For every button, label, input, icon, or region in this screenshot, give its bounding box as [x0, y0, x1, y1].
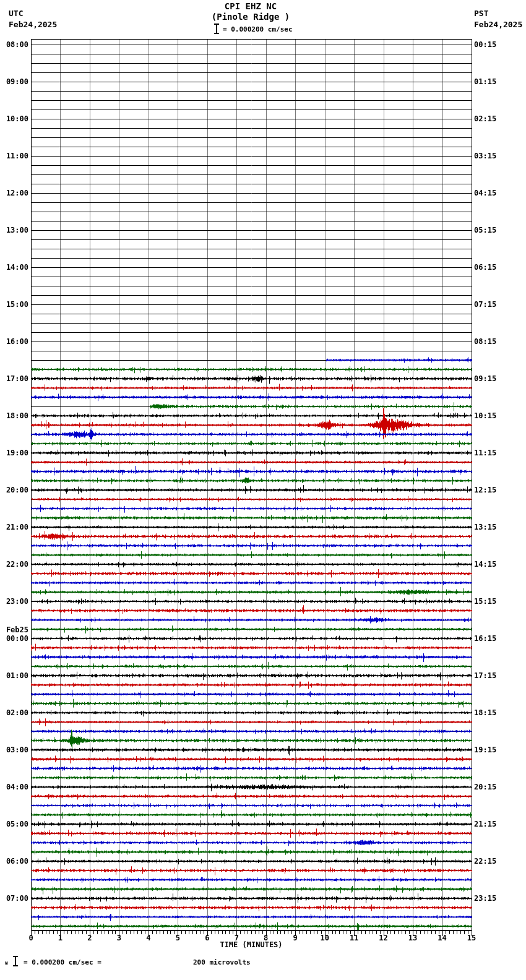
- x-axis-tick-label: 4: [141, 934, 156, 942]
- scale-label: = 0.000200 cm/sec: [223, 25, 293, 33]
- utc-hour-label: 21:00: [0, 523, 28, 531]
- x-axis-tick-label: 1: [53, 934, 67, 942]
- pst-hour-label: 13:15: [474, 523, 496, 531]
- helicorder-canvas: [0, 0, 526, 980]
- utc-hour-label: 05:00: [0, 820, 28, 828]
- utc-hour-label: 02:00: [0, 708, 28, 717]
- pst-hour-label: 21:15: [474, 820, 496, 828]
- pst-hour-label: 05:15: [474, 226, 496, 234]
- pst-hour-label: 18:15: [474, 708, 496, 717]
- right-timezone-label: PST: [474, 9, 488, 18]
- pst-hour-label: 04:15: [474, 189, 496, 197]
- pst-hour-label: 20:15: [474, 783, 496, 791]
- x-axis-tick-label: 15: [464, 934, 479, 942]
- utc-hour-label: 20:00: [0, 486, 28, 494]
- utc-hour-label: 07:00: [0, 894, 28, 903]
- utc-hour-label: 06:00: [0, 857, 28, 866]
- utc-hour-label: 13:00: [0, 226, 28, 234]
- pst-hour-label: 00:15: [474, 40, 496, 49]
- x-axis-title: TIME (MINUTES): [189, 941, 313, 949]
- left-date-label: Feb24,2025: [9, 20, 57, 29]
- utc-hour-label: 09:00: [0, 77, 28, 86]
- station-subtitle: (Pinole Ridge ): [158, 12, 343, 22]
- date-break-label: Feb25: [0, 625, 28, 634]
- footer-prefix-glyph: ʍ: [5, 960, 8, 966]
- pst-hour-label: 01:15: [474, 77, 496, 86]
- x-axis-tick-label: 2: [82, 934, 97, 942]
- pst-hour-label: 23:15: [474, 894, 496, 903]
- x-axis-tick-label: 0: [24, 934, 38, 942]
- x-axis-tick-label: 11: [347, 934, 361, 942]
- pst-hour-label: 17:15: [474, 671, 496, 680]
- utc-hour-label: 11:00: [0, 152, 28, 160]
- utc-hour-label: 16:00: [0, 337, 28, 346]
- pst-hour-label: 10:15: [474, 411, 496, 420]
- pst-hour-label: 16:15: [474, 634, 496, 643]
- utc-hour-label: 10:00: [0, 114, 28, 123]
- utc-hour-label: 12:00: [0, 189, 28, 197]
- pst-hour-label: 19:15: [474, 746, 496, 754]
- right-date-label: Feb24,2025: [474, 20, 522, 29]
- footer-scale-value: 200 microvolts: [193, 958, 251, 966]
- station-title: CPI EHZ NC: [158, 1, 343, 11]
- utc-hour-label: 15:00: [0, 300, 28, 309]
- utc-hour-label: 14:00: [0, 263, 28, 272]
- pst-hour-label: 03:15: [474, 152, 496, 160]
- scale-ibar-icon: [213, 24, 220, 34]
- x-axis-tick-label: 13: [405, 934, 420, 942]
- pst-hour-label: 22:15: [474, 857, 496, 866]
- utc-hour-label: 22:00: [0, 560, 28, 569]
- pst-hour-label: 07:15: [474, 300, 496, 309]
- utc-hour-label: 04:00: [0, 783, 28, 791]
- utc-hour-label: 01:00: [0, 671, 28, 680]
- x-axis-tick-label: 12: [376, 934, 391, 942]
- pst-hour-label: 12:15: [474, 486, 496, 494]
- pst-hour-label: 06:15: [474, 263, 496, 272]
- utc-hour-label: 00:00: [0, 634, 28, 643]
- pst-hour-label: 11:15: [474, 449, 496, 457]
- footer-scale-equation: = 0.000200 cm/sec =: [24, 958, 101, 966]
- utc-hour-label: 18:00: [0, 411, 28, 420]
- helicorder-page: UTC Feb24,2025 PST Feb24,2025 CPI EHZ NC…: [0, 0, 526, 980]
- pst-hour-label: 15:15: [474, 597, 496, 606]
- utc-hour-label: 17:00: [0, 374, 28, 383]
- pst-hour-label: 09:15: [474, 374, 496, 383]
- pst-hour-label: 08:15: [474, 337, 496, 346]
- utc-hour-label: 19:00: [0, 449, 28, 457]
- x-axis-tick-label: 14: [435, 934, 450, 942]
- footer-ibar-icon: [12, 956, 19, 966]
- pst-hour-label: 02:15: [474, 114, 496, 123]
- left-timezone-label: UTC: [9, 9, 23, 18]
- x-axis-tick-label: 10: [317, 934, 332, 942]
- pst-hour-label: 14:15: [474, 560, 496, 569]
- utc-hour-label: 03:00: [0, 746, 28, 754]
- utc-hour-label: 08:00: [0, 40, 28, 49]
- utc-hour-label: 23:00: [0, 597, 28, 606]
- x-axis-tick-label: 3: [111, 934, 126, 942]
- x-axis-tick-label: 5: [170, 934, 185, 942]
